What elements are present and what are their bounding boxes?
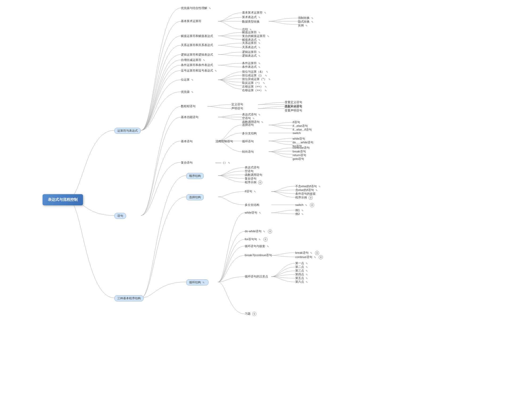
- branch3-node: 三种基本程序结构: [114, 295, 144, 301]
- loop-do-while: do-while语句 ②: [245, 229, 272, 234]
- node-func-decl: 函数声明语句: [285, 105, 302, 109]
- seq-empty: 空语句: [245, 169, 253, 173]
- node-cond1: 条件运算符: [242, 61, 261, 65]
- node-incr: 自增自减运算符: [181, 58, 206, 62]
- sel-switch: switch ②: [295, 203, 314, 207]
- node-expr-stmt: 表达式语句: [242, 113, 261, 117]
- node-compound-assign: 复合的赋值运算符: [242, 34, 270, 38]
- node-log1: 逻辑运算符: [242, 50, 261, 54]
- node-assign: 赋值运算符和赋值表达式: [181, 34, 213, 38]
- node-bit4: 取反运算（~）: [242, 81, 266, 85]
- node-bit3: 按位异或运算（^）: [242, 77, 272, 81]
- mind-map: 表达式与流程控制 运算符与表达式 优先级与结合性理解 基本算术运算符 基本算术运…: [0, 0, 532, 399]
- branch1-node: 运算符与表达式: [114, 128, 141, 134]
- node-decl-stmt: 声明语句: [231, 106, 243, 110]
- node-select-stmt: 选择语句: [242, 123, 254, 127]
- node-arithmetic: 基本算术运算符: [181, 19, 201, 23]
- node-if: if语句: [293, 120, 300, 124]
- branch2-node: 语句: [114, 213, 126, 219]
- node-rel2: 关系表达式: [242, 45, 261, 49]
- loop-note1: 第一点: [295, 261, 309, 265]
- node-priority: 优先级与结合性理解: [181, 6, 212, 10]
- loop-notes: 循环语句的注意点: [245, 275, 268, 279]
- seq-func: 函数调用语句: [245, 173, 262, 177]
- node-basic-stmt: 基本语句: [181, 139, 193, 143]
- node-multi-branch: 多分支结构: [242, 131, 257, 135]
- node-assign1: 赋值运算符: [242, 30, 261, 34]
- node-logic: 逻辑运算符和逻辑表达式: [181, 53, 213, 57]
- node-select: 选择结构: [186, 194, 204, 200]
- node-bit5: 左移运算（<<）: [242, 85, 268, 89]
- node-flow-ctrl: 流程控制语句: [215, 139, 233, 143]
- node-bit6: 右移运算（>>）: [242, 88, 268, 92]
- node-empty-stmt: 空语句: [242, 116, 256, 120]
- node-jump-stmt: 转向语句: [242, 150, 254, 154]
- seq-expr: 表达式语句: [245, 165, 259, 169]
- node-var-def: 变量定义语句: [285, 100, 302, 104]
- node-if-else: if...else语句: [293, 124, 308, 128]
- sel-example: 程序示例 ②: [295, 196, 313, 200]
- node-example: 实例: [298, 23, 309, 27]
- node-basic-arith: 基本算术运算符: [242, 11, 267, 15]
- node-loop: 循环结构: [186, 279, 209, 285]
- node-cond2: 条件表达式: [242, 65, 261, 69]
- sel-nested: 条件语句的嵌套: [295, 192, 316, 196]
- loop-nested: 循环语句与嵌套: [245, 244, 270, 248]
- loop-for: for语句句 ①: [245, 237, 268, 242]
- node-loop-stmt: 循环语句: [242, 139, 254, 143]
- seq-compound: 复合语句: [245, 177, 256, 181]
- node-comma: 逗号运算符和逗号表达式: [181, 69, 218, 73]
- node-compound-paren: ——（）: [215, 161, 231, 165]
- node-basic-func: 基本功能语句: [181, 115, 198, 119]
- node-bitwise: 位运算: [181, 78, 194, 82]
- sel-else: 含else的if语句: [295, 188, 319, 192]
- node-def-stmt: 定义语句: [231, 102, 243, 106]
- loop-break: break语句 ①: [295, 251, 319, 255]
- node-arith-expr: 算术表达式: [242, 15, 261, 19]
- loop-note6: 第六点: [295, 280, 309, 284]
- node-var-decl: 变量声明语句: [285, 109, 302, 113]
- node-bit2: 按位或运算（|）: [242, 73, 268, 77]
- loop-note4: 第四点: [295, 272, 309, 276]
- loop-note2: 第二点: [295, 265, 309, 269]
- node-rel1: 关系运算符: [242, 41, 261, 45]
- node-switch: switch: [293, 131, 301, 135]
- sel-multi: 多分支结构: [245, 203, 259, 207]
- loop-break-cont: break与continue语句: [245, 253, 272, 257]
- node-break: break语句: [293, 149, 306, 153]
- node-data-stmt: 数程程语句: [181, 104, 196, 108]
- loop-note5: 第五点: [295, 276, 309, 280]
- node-seq: 顺序结构: [186, 173, 204, 179]
- node-goto: goto语句: [293, 157, 304, 161]
- node-log2: 逻辑表达式: [242, 54, 261, 58]
- sel-if: if语句: [245, 189, 257, 193]
- node-continue: continue语句: [293, 146, 310, 150]
- node-return: return语句: [293, 153, 306, 157]
- node-compound: 复合语句: [181, 161, 193, 165]
- loop-while-ex1: 例1: [295, 208, 305, 212]
- node-bit1: 按位与运算（&）: [242, 70, 269, 74]
- node-if-else-if: if...else...if语句: [293, 128, 312, 132]
- node-precedence: 优先级: [181, 90, 194, 94]
- node-cond: 条件运算符和条件表达式: [181, 63, 213, 67]
- node-type-conv: 数据类型转换: [242, 20, 260, 24]
- loop-while-ex2: 例2: [295, 212, 305, 216]
- loop-exercise: 习题 ①: [245, 312, 256, 316]
- node-do-while: do......while语句: [293, 140, 313, 144]
- node-force-conv: 强制转换: [298, 16, 314, 20]
- node-implicit-conv: 隐式转换: [298, 20, 314, 24]
- node-while: while语句: [293, 137, 305, 141]
- loop-while: while语句: [245, 211, 262, 215]
- loop-continue: continue语句 ②: [295, 255, 323, 259]
- node-relation: 关系运算符和关系表达式: [181, 43, 213, 47]
- seq-example: 程序示例 ①: [245, 180, 262, 185]
- loop-note3: 第三点: [295, 269, 309, 273]
- sel-no-else: 不含else的if语句: [295, 184, 322, 188]
- main-root: 表达式与流程控制: [43, 194, 83, 205]
